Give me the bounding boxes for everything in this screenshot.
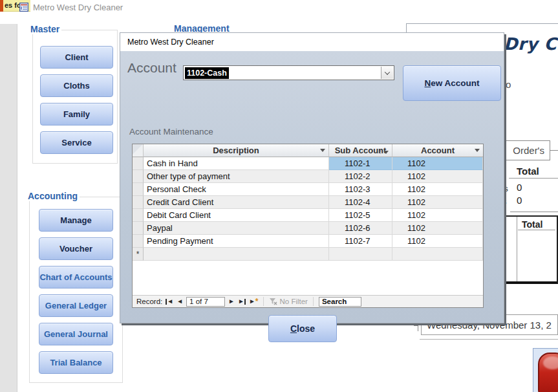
cell-sub-account[interactable]: 1102-1	[329, 157, 392, 170]
account-dialog: Metro West Dry Cleaner Account 1102-Cash…	[120, 32, 504, 323]
cell-description[interactable]	[144, 248, 329, 261]
column-header-description[interactable]: Description	[144, 144, 329, 157]
table-row: Pending Payment1102-71102	[133, 235, 483, 248]
close-button[interactable]: Close	[268, 315, 337, 342]
cell-description[interactable]: Pending Payment	[144, 235, 329, 248]
cell-account[interactable]: 1102	[392, 209, 483, 222]
table-row: Debit Card Client1102-51102	[133, 209, 483, 222]
row-selector[interactable]	[133, 157, 144, 170]
sidebar-button-manage[interactable]: Manage	[39, 209, 113, 232]
column-header-account[interactable]: Account	[392, 144, 483, 157]
dropdown-arrow-icon[interactable]	[383, 151, 389, 154]
navigator-separator	[263, 297, 264, 306]
sidebar-button-client[interactable]: Client	[40, 46, 113, 69]
row-selector[interactable]	[133, 196, 144, 209]
column-header-sub-account[interactable]: Sub Account ↑	[329, 144, 392, 157]
table-row: Cash in Hand1102-11102	[133, 157, 483, 170]
new-record-button[interactable]: ►*	[249, 298, 259, 305]
close-rest: lose	[297, 323, 315, 334]
sidebar-button-trial-balance[interactable]: Trial Balance	[39, 351, 113, 374]
sidebar-button-chart-of-accounts[interactable]: Chart of Accounts	[39, 266, 113, 289]
cell-sub-account[interactable]	[329, 248, 392, 261]
cell-description[interactable]: Paypal	[144, 222, 329, 235]
column-header-label: Description	[213, 146, 259, 155]
cell-account[interactable]: 1102	[392, 222, 483, 235]
cell-description[interactable]: Personal Check	[144, 183, 329, 196]
search-input[interactable]: Search	[319, 297, 361, 307]
sidebar-button-voucher[interactable]: Voucher	[39, 237, 113, 260]
label-fragment-o: o	[506, 79, 511, 90]
account-combobox[interactable]: 1102-Cash	[183, 65, 394, 80]
record-position-box[interactable]: 1 of 7	[186, 297, 225, 307]
new-account-rest: ew Account	[431, 78, 479, 88]
table-row: Other type of payment1102-21102	[133, 170, 483, 183]
combobox-dropdown-button[interactable]	[381, 67, 393, 79]
accounts-datasheet: Description Sub Account ↑ Account Cash i…	[132, 144, 484, 308]
order-lines-total-header: Total	[522, 219, 542, 230]
orders-legend-line	[550, 150, 558, 151]
exit-button[interactable]	[538, 353, 558, 392]
dialog-title: Metro West Dry Cleaner	[120, 33, 504, 51]
sidebar-button-general-journal[interactable]: General Journal	[39, 323, 113, 345]
sidebar-button-family[interactable]: Family	[40, 103, 113, 125]
account-combobox-value: 1102-Cash	[185, 67, 229, 79]
form-icon	[19, 3, 28, 12]
date-box-underline	[420, 339, 558, 340]
record-navigator: Record: ◄ ◄ 1 of 7 ► ► ►* No Filter	[133, 295, 483, 307]
cell-account[interactable]: 1102	[392, 235, 483, 248]
cell-account[interactable]: 1102	[392, 196, 483, 209]
cell-account[interactable]: 1102	[392, 157, 483, 170]
next-record-button[interactable]: ►	[228, 298, 235, 305]
cell-description[interactable]: Cash in Hand	[144, 157, 329, 170]
no-filter-button[interactable]: No Filter	[269, 298, 307, 305]
filter-icon	[269, 298, 277, 305]
cell-description[interactable]: Other type of payment	[144, 170, 329, 183]
datasheet-rows: Cash in Hand1102-11102Other type of paym…	[133, 157, 483, 261]
cell-sub-account[interactable]: 1102-3	[329, 183, 392, 196]
cell-account[interactable]: 1102	[392, 170, 483, 183]
corner-panel	[533, 348, 558, 392]
row-selector[interactable]	[133, 183, 144, 196]
sidebar-button-cloths[interactable]: Cloths	[40, 74, 113, 97]
datasheet-header-row: Description Sub Account ↑ Account	[133, 144, 483, 157]
select-all-corner[interactable]	[133, 144, 144, 157]
row-selector[interactable]	[133, 235, 144, 248]
cell-sub-account[interactable]: 1102-7	[329, 235, 392, 248]
column-header-label: Account	[421, 146, 455, 155]
row-selector[interactable]	[133, 222, 144, 235]
app-title-fragment: Dry Clea	[504, 34, 558, 54]
cell-account[interactable]: 1102	[392, 183, 483, 196]
record-label: Record:	[136, 298, 162, 305]
no-filter-label: No Filter	[279, 298, 307, 305]
accounting-group-label: Accounting	[26, 191, 80, 201]
dropdown-arrow-icon[interactable]	[320, 149, 325, 152]
sidebar-button-service[interactable]: Service	[40, 131, 113, 154]
row-selector[interactable]	[133, 170, 144, 183]
totals-row-value: 0	[517, 182, 522, 193]
last-record-button[interactable]: ►	[238, 298, 246, 305]
close-accel: C	[290, 323, 297, 334]
table-row: Credit Card Client1102-41102	[133, 196, 483, 209]
dialog-body: Account 1102-Cash New Account Account Ma…	[120, 51, 504, 323]
cell-sub-account[interactable]: 1102-5	[329, 209, 392, 222]
row-selector[interactable]	[133, 209, 144, 222]
exit-button-gloss	[543, 356, 558, 369]
new-account-button[interactable]: New Account	[403, 65, 501, 101]
cell-sub-account[interactable]: 1102-4	[329, 196, 392, 209]
new-record-selector[interactable]: *	[133, 248, 144, 261]
form-tab-title[interactable]: Metro West Dry Cleaner	[33, 3, 123, 12]
cell-description[interactable]: Credit Card Client	[144, 196, 329, 209]
cell-description[interactable]: Debit Card Client	[144, 209, 329, 222]
left-gutter	[0, 24, 17, 392]
first-record-button[interactable]: ◄	[166, 298, 173, 305]
chevron-down-icon	[385, 69, 390, 74]
table-row: Personal Check1102-31102	[133, 183, 483, 196]
order-lines-column-divider	[517, 217, 517, 281]
sidebar-button-general-ledger[interactable]: General Ledger	[39, 294, 113, 317]
previous-record-button[interactable]: ◄	[177, 298, 183, 305]
cell-sub-account[interactable]: 1102-6	[329, 222, 392, 235]
cell-account[interactable]	[392, 248, 483, 261]
cell-sub-account[interactable]: 1102-2	[329, 170, 392, 183]
totals-row-value: 0	[517, 195, 522, 206]
dropdown-arrow-icon[interactable]	[475, 149, 480, 152]
